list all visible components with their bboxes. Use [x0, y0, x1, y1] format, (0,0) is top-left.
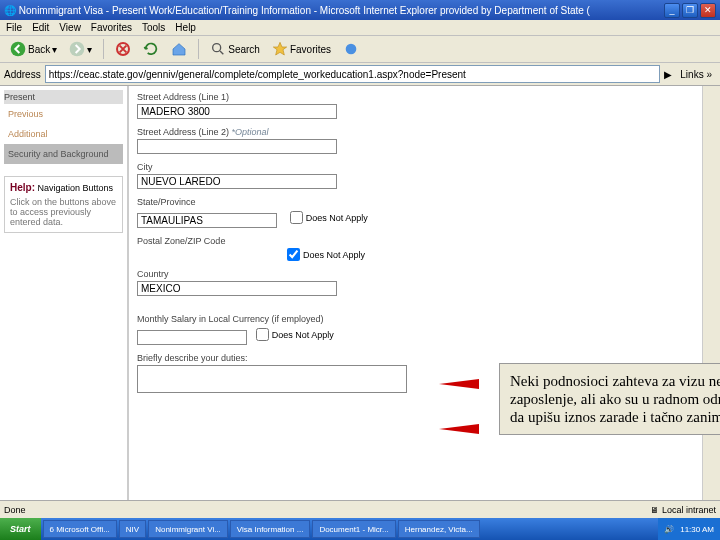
address-input[interactable] — [45, 65, 661, 83]
search-icon — [210, 41, 226, 57]
zone-icon: 🖥 — [650, 505, 659, 515]
country-label: Country — [137, 269, 694, 279]
help-box: Help: Navigation Buttons Click on the bu… — [4, 176, 123, 233]
system-tray[interactable]: 🔊 11:30 AM — [658, 518, 720, 540]
annotation-callout: Neki podnosioci zahteva za vizu nemaju z… — [499, 363, 720, 435]
postal-dna-label: Does Not Apply — [303, 250, 365, 260]
menu-favorites[interactable]: Favorites — [91, 22, 132, 33]
stop-button[interactable] — [111, 39, 135, 59]
window-title: Nonimmigrant Visa - Present Work/Educati… — [19, 5, 590, 16]
media-icon — [343, 41, 359, 57]
duties-label: Briefly describe your duties: — [137, 353, 694, 363]
sidebar-item-previous[interactable]: Previous — [4, 104, 123, 124]
refresh-icon — [143, 41, 159, 57]
sidebar: Present Previous Additional Security and… — [0, 86, 128, 516]
street1-input[interactable] — [137, 104, 337, 119]
taskbar-item[interactable]: Document1 - Micr... — [312, 520, 395, 538]
postal-label: Postal Zone/ZIP Code — [137, 236, 694, 246]
street1-label: Street Address (Line 1) — [137, 92, 694, 102]
street2-input[interactable] — [137, 139, 337, 154]
address-label: Address — [4, 69, 41, 80]
vertical-scrollbar[interactable] — [702, 86, 720, 516]
window-titlebar: 🌐 Nonimmigrant Visa - Present Work/Educa… — [0, 0, 720, 20]
forward-button[interactable]: ▾ — [65, 39, 96, 59]
toolbar: Back ▾ ▾ Search Favorites — [0, 36, 720, 63]
back-button[interactable]: Back ▾ — [6, 39, 61, 59]
menu-view[interactable]: View — [59, 22, 81, 33]
menu-file[interactable]: File — [6, 22, 22, 33]
page-content: Present Previous Additional Security and… — [0, 86, 720, 516]
clock: 11:30 AM — [680, 525, 714, 534]
close-button[interactable]: ✕ — [700, 3, 716, 18]
star-icon — [272, 41, 288, 57]
country-input[interactable] — [137, 281, 337, 296]
svg-point-3 — [213, 44, 221, 52]
search-button[interactable]: Search — [206, 39, 264, 59]
back-icon — [10, 41, 26, 57]
menu-bar: File Edit View Favorites Tools Help — [0, 20, 720, 36]
taskbar-item[interactable]: 6 Microsoft Offi... — [43, 520, 117, 538]
duties-textarea[interactable] — [137, 365, 407, 393]
sidebar-item-security[interactable]: Security and Background — [4, 144, 123, 164]
help-heading: Help: — [10, 182, 35, 193]
taskbar-item[interactable]: Hernandez, Victa... — [398, 520, 480, 538]
callout-arrow-2 — [439, 424, 479, 434]
media-button[interactable] — [339, 39, 363, 59]
links-toolbar[interactable]: Links » — [676, 69, 716, 80]
svg-point-0 — [11, 42, 26, 57]
taskbar-item[interactable]: Visa Information ... — [230, 520, 311, 538]
salary-dna-checkbox[interactable] — [256, 328, 269, 341]
sidebar-item-present[interactable]: Present — [4, 90, 123, 104]
menu-help[interactable]: Help — [175, 22, 196, 33]
maximize-button[interactable]: ❐ — [682, 3, 698, 18]
minimize-button[interactable]: _ — [664, 3, 680, 18]
go-button[interactable]: ▶ — [664, 69, 672, 80]
state-label: State/Province — [137, 197, 694, 207]
status-bar: Done 🖥 Local intranet — [0, 500, 720, 518]
salary-label: Monthly Salary in Local Currency (if emp… — [137, 314, 694, 324]
status-text: Done — [4, 505, 26, 515]
salary-input[interactable] — [137, 330, 247, 345]
help-title: Navigation Buttons — [38, 183, 114, 193]
sidebar-item-additional[interactable]: Additional — [4, 124, 123, 144]
svg-point-1 — [70, 42, 85, 57]
state-dna-label: Does Not Apply — [306, 213, 368, 223]
taskbar-item[interactable]: NIV — [119, 520, 146, 538]
svg-point-4 — [346, 44, 357, 55]
taskbar: Start 6 Microsoft Offi... NIV Nonimmigra… — [0, 518, 720, 540]
postal-dna-checkbox[interactable] — [287, 248, 300, 261]
menu-edit[interactable]: Edit — [32, 22, 49, 33]
home-button[interactable] — [167, 39, 191, 59]
refresh-button[interactable] — [139, 39, 163, 59]
back-label: Back — [28, 44, 50, 55]
city-label: City — [137, 162, 694, 172]
forward-icon — [69, 41, 85, 57]
status-zone: Local intranet — [662, 505, 716, 515]
city-input[interactable] — [137, 174, 337, 189]
home-icon — [171, 41, 187, 57]
search-label: Search — [228, 44, 260, 55]
menu-tools[interactable]: Tools — [142, 22, 165, 33]
stop-icon — [115, 41, 131, 57]
form-area: Street Address (Line 1) Street Address (… — [128, 86, 702, 516]
address-bar: Address ▶ Links » — [0, 63, 720, 86]
state-input[interactable] — [137, 213, 277, 228]
favorites-button[interactable]: Favorites — [268, 39, 335, 59]
state-dna-checkbox[interactable] — [290, 211, 303, 224]
callout-arrow-1 — [439, 379, 479, 389]
salary-dna-label: Does Not Apply — [272, 330, 334, 340]
ie-app-icon: 🌐 — [4, 5, 16, 16]
taskbar-item[interactable]: Nonimmigrant Vi... — [148, 520, 228, 538]
help-body: Click on the buttons above to access pre… — [10, 197, 117, 227]
street2-label: Street Address (Line 2) *Optional — [137, 127, 694, 137]
favorites-label: Favorites — [290, 44, 331, 55]
start-button[interactable]: Start — [0, 518, 41, 540]
